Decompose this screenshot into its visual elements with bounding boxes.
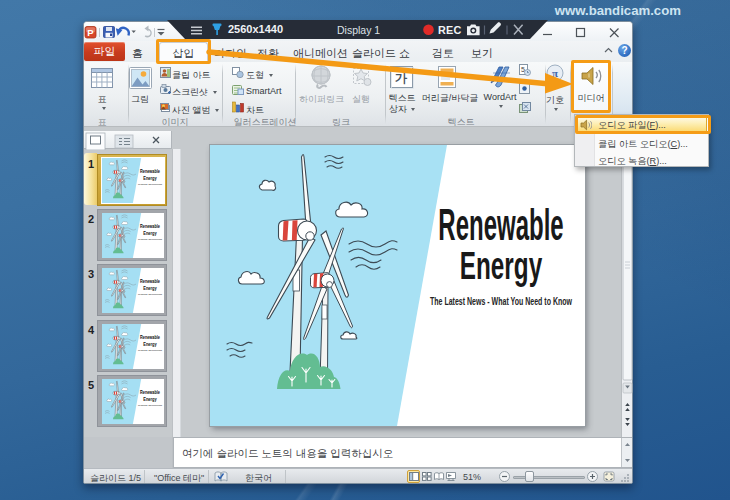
svg-text:P: P	[87, 27, 94, 38]
